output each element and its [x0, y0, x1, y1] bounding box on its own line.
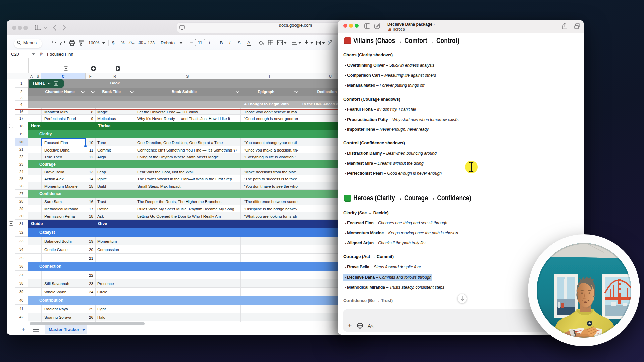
svg-text:A: A	[328, 40, 330, 44]
